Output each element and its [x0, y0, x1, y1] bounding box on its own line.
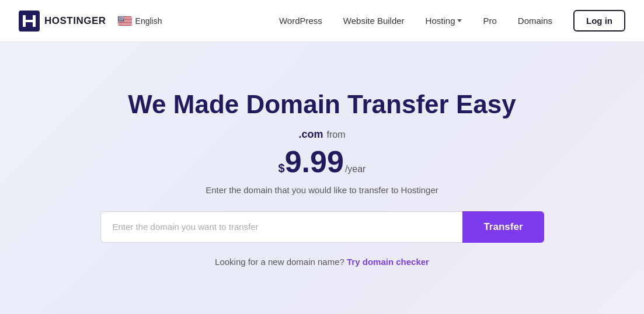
nav-hosting-label: Hosting — [426, 16, 455, 26]
nav-wordpress[interactable]: WordPress — [279, 16, 322, 26]
hostinger-logo-icon — [19, 11, 40, 32]
svg-point-28 — [121, 19, 121, 19]
svg-point-26 — [119, 19, 119, 19]
svg-rect-10 — [118, 24, 132, 25]
svg-point-12 — [118, 16, 119, 17]
nav-domains[interactable]: Domains — [518, 16, 552, 26]
svg-point-22 — [119, 18, 120, 19]
svg-point-30 — [118, 20, 119, 20]
navbar-left: HOSTINGER — [19, 11, 162, 32]
navbar: HOSTINGER — [0, 0, 644, 42]
svg-point-33 — [121, 20, 122, 20]
svg-point-16 — [123, 16, 123, 17]
hero-section: We Made Domain Transfer Easy .com from $… — [0, 42, 644, 314]
domain-search-row: Transfer — [100, 211, 544, 243]
hero-subtitle: Enter the domain that you would like to … — [206, 185, 438, 195]
svg-rect-3 — [33, 15, 36, 27]
svg-point-15 — [121, 16, 122, 17]
svg-rect-9 — [118, 23, 132, 23]
checker-label: Looking for a new domain name? — [215, 257, 344, 267]
price-tld-row: .com from — [298, 128, 345, 141]
logo[interactable]: HOSTINGER — [19, 11, 106, 32]
svg-point-19 — [121, 17, 121, 18]
domain-transfer-input[interactable] — [100, 211, 463, 243]
price-value: 9.99 — [285, 146, 344, 177]
svg-point-29 — [122, 19, 123, 19]
transfer-button[interactable]: Transfer — [462, 211, 544, 243]
logo-text: HOSTINGER — [44, 15, 106, 27]
price-from-label: from — [327, 130, 346, 140]
hero-title: We Made Domain Transfer Easy — [128, 90, 516, 119]
main-nav: WordPress Website Builder Hosting Pro Do… — [279, 10, 625, 32]
price-tld: .com — [298, 128, 323, 141]
svg-point-21 — [118, 18, 119, 19]
svg-point-18 — [120, 17, 120, 18]
language-selector[interactable]: English — [118, 16, 162, 26]
price-wrapper: $ 9.99 /year — [279, 146, 366, 177]
dollar-sign: $ — [279, 162, 285, 175]
svg-point-20 — [122, 17, 123, 18]
svg-point-27 — [120, 19, 120, 19]
chevron-down-icon — [457, 19, 462, 22]
nav-pro[interactable]: Pro — [483, 16, 496, 26]
svg-point-25 — [123, 18, 123, 19]
svg-rect-8 — [118, 21, 132, 22]
svg-point-17 — [119, 17, 119, 18]
nav-website-builder[interactable]: Website Builder — [343, 16, 405, 26]
language-label: English — [135, 16, 162, 26]
login-button[interactable]: Log in — [573, 10, 625, 32]
svg-point-24 — [121, 18, 122, 19]
domain-checker-link[interactable]: Try domain checker — [347, 257, 429, 267]
svg-point-32 — [120, 20, 121, 20]
svg-point-13 — [119, 16, 120, 17]
svg-point-14 — [120, 16, 121, 17]
flag-icon — [118, 16, 132, 26]
per-year-label: /year — [345, 164, 366, 175]
nav-hosting[interactable]: Hosting — [426, 16, 462, 26]
svg-point-31 — [119, 20, 120, 20]
svg-point-23 — [120, 18, 121, 19]
domain-checker-row: Looking for a new domain name? Try domai… — [215, 257, 429, 267]
